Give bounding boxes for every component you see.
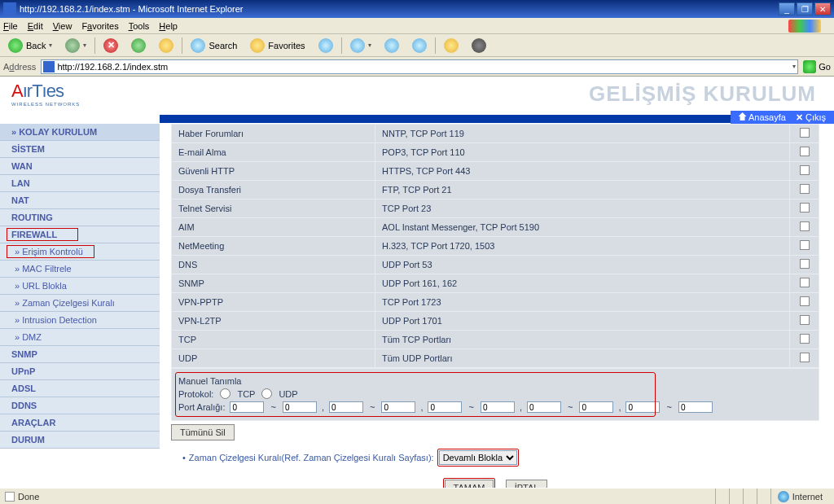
menu-favorites[interactable]: Favorites xyxy=(81,21,118,31)
home-icon xyxy=(159,38,173,53)
service-checkbox[interactable] xyxy=(800,240,810,250)
favorites-button[interactable]: Favorites xyxy=(245,37,309,55)
sidebar-item-snmp[interactable]: SNMP xyxy=(0,346,160,363)
back-button[interactable]: Back▾ xyxy=(3,37,57,55)
folder-button[interactable] xyxy=(439,37,463,55)
sidebar-item-firewall[interactable]: FIREWALL xyxy=(0,226,160,243)
close-button[interactable]: ✕ xyxy=(814,2,831,15)
port-to-input[interactable] xyxy=(481,401,515,413)
sidebar-item-url-blokla[interactable]: » URL Blokla xyxy=(0,278,160,295)
tilde-icon: ~ xyxy=(568,402,573,412)
sidebar-item-mac-filtrele[interactable]: » MAC Filtrele xyxy=(0,261,160,278)
service-name: UDP xyxy=(172,349,375,368)
table-row: Haber ForumlarıNNTP, TCP Port 119 xyxy=(172,125,819,143)
protocol-tcp-radio[interactable] xyxy=(220,388,230,399)
service-checkbox[interactable] xyxy=(800,334,810,344)
stop-icon: ✕ xyxy=(103,38,118,53)
port-from-input[interactable] xyxy=(329,401,363,413)
go-button[interactable]: Go xyxy=(803,60,831,73)
sidebar-item-zaman-cizelgesi[interactable]: » Zaman Çizelgesi Kuralı xyxy=(0,295,160,312)
sidebar-item-kolay-kurulum[interactable]: » KOLAY KURULUM xyxy=(0,124,160,141)
menu-help[interactable]: Help xyxy=(159,21,178,31)
sidebar-item-nat[interactable]: NAT xyxy=(0,192,160,209)
window-title: http://192.168.2.1/index.stm - Microsoft… xyxy=(20,4,244,14)
tilde-icon: ~ xyxy=(666,402,671,412)
exit-link[interactable]: ✕ Çıkış xyxy=(796,112,826,123)
sidebar: » KOLAY KURULUM SİSTEM WAN LAN NAT ROUTI… xyxy=(0,124,160,504)
sidebar-item-araclar[interactable]: ARAÇLAR xyxy=(0,414,160,432)
service-checkbox[interactable] xyxy=(800,278,810,287)
toolbar: Back▾ ▾ ✕ Search Favorites ▾ xyxy=(0,34,834,57)
page-title: GELİŞMİŞ KURULUM xyxy=(160,81,834,107)
home-link[interactable]: Anasayfa xyxy=(739,112,786,122)
home-small-icon xyxy=(739,112,747,121)
history-button[interactable] xyxy=(314,37,338,55)
protocol-udp-label: UDP xyxy=(279,389,297,399)
service-checkbox[interactable] xyxy=(800,203,810,213)
service-name: Dosya Transferi xyxy=(172,181,375,199)
sidebar-item-intrusion[interactable]: » Intrusion Detection xyxy=(0,312,160,329)
address-dropdown-icon[interactable]: ▾ xyxy=(792,63,796,70)
sidebar-item-wan[interactable]: WAN xyxy=(0,158,160,175)
menu-edit[interactable]: Edit xyxy=(28,21,43,31)
gear-button[interactable] xyxy=(467,37,491,55)
service-name: VPN-L2TP xyxy=(172,312,375,331)
sidebar-item-durum[interactable]: DURUM xyxy=(0,432,160,449)
sidebar-item-lan[interactable]: LAN xyxy=(0,175,160,192)
sidebar-item-erisim-kontrolu[interactable]: » Erişim Kontrolü xyxy=(0,243,160,261)
tilde-icon: ~ xyxy=(370,402,375,412)
menu-tools[interactable]: Tools xyxy=(129,21,150,31)
port-to-input[interactable] xyxy=(579,401,613,413)
port-from-input[interactable] xyxy=(230,401,264,413)
service-checkbox[interactable] xyxy=(800,128,810,138)
clear-all-button[interactable]: Tümünü Sil xyxy=(171,424,235,440)
address-input[interactable]: http://192.168.2.1/index.stm xyxy=(57,62,792,72)
table-row: SNMPUDP Port 161, 162 xyxy=(172,274,819,293)
go-label: Go xyxy=(819,62,831,72)
table-row: NetMeetingH.323, TCP Port 1720, 1503 xyxy=(172,237,819,256)
sidebar-item-upnp[interactable]: UPnP xyxy=(0,363,160,380)
home-button[interactable] xyxy=(154,37,178,55)
service-checkbox[interactable] xyxy=(800,315,810,325)
service-desc: POP3, TCP Port 110 xyxy=(375,143,790,162)
schedule-select[interactable]: Devamlı Blokla xyxy=(439,450,517,465)
stop-button[interactable]: ✕ xyxy=(99,37,123,55)
port-to-input[interactable] xyxy=(381,401,415,413)
service-checkbox[interactable] xyxy=(800,259,810,269)
sidebar-item-ddns[interactable]: DDNS xyxy=(0,397,160,414)
service-name: AIM xyxy=(172,218,375,237)
print-button[interactable] xyxy=(380,37,404,55)
bullet-icon: • xyxy=(182,453,186,462)
service-checkbox[interactable] xyxy=(800,147,810,156)
service-desc: UDP Port 161, 162 xyxy=(375,274,790,293)
refresh-button[interactable] xyxy=(126,37,151,55)
port-from-input[interactable] xyxy=(626,401,660,413)
schedule-label: Zaman Çizelgesi Kuralı(Ref. Zaman Çizelg… xyxy=(189,453,434,462)
search-button[interactable]: Search xyxy=(186,37,242,55)
mail-button[interactable]: ▾ xyxy=(345,37,376,55)
menu-file[interactable]: File xyxy=(3,21,18,31)
sidebar-item-sistem[interactable]: SİSTEM xyxy=(0,141,160,158)
service-checkbox[interactable] xyxy=(800,296,810,306)
table-row: VPN-PPTPTCP Port 1723 xyxy=(172,293,819,312)
port-to-input[interactable] xyxy=(283,401,317,413)
service-desc: FTP, TCP Port 21 xyxy=(375,181,790,199)
minimize-button[interactable]: _ xyxy=(779,2,795,15)
protocol-udp-radio[interactable] xyxy=(261,388,272,399)
service-checkbox[interactable] xyxy=(800,353,810,362)
port-to-input[interactable] xyxy=(678,401,713,413)
maximize-button[interactable]: ❐ xyxy=(797,2,813,15)
edit-button[interactable] xyxy=(407,37,432,55)
sidebar-item-adsl[interactable]: ADSL xyxy=(0,380,160,397)
sidebar-item-routing[interactable]: ROUTING xyxy=(0,209,160,226)
service-checkbox[interactable] xyxy=(800,165,810,175)
manual-define-box: Manuel Tanımla Protokol: TCP UDP Port Ar… xyxy=(171,368,819,421)
sidebar-item-dmz[interactable]: » DMZ xyxy=(0,329,160,346)
menu-view[interactable]: View xyxy=(53,21,72,31)
port-from-input[interactable] xyxy=(428,401,462,413)
main-panel: Haber ForumlarıNNTP, TCP Port 119E-mail … xyxy=(160,124,834,504)
forward-button[interactable]: ▾ xyxy=(60,37,91,55)
service-checkbox[interactable] xyxy=(800,221,810,231)
service-checkbox[interactable] xyxy=(800,184,810,194)
port-from-input[interactable] xyxy=(527,401,561,413)
